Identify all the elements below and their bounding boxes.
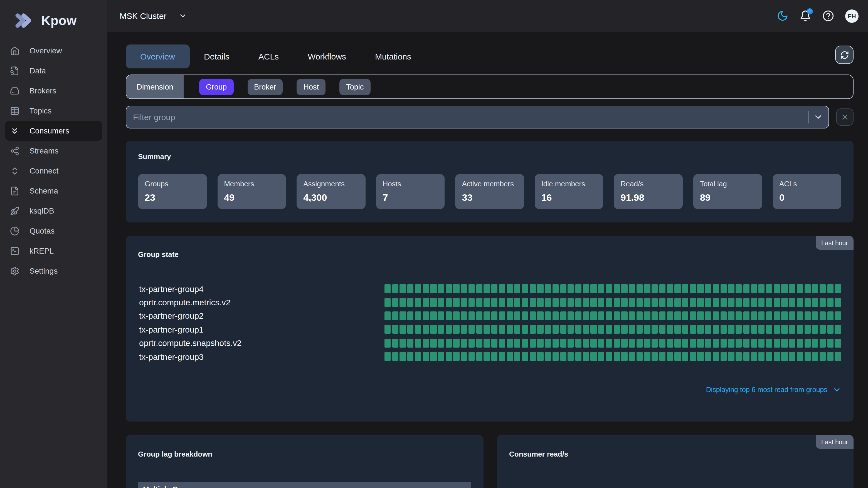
state-cell[interactable]	[575, 298, 582, 307]
state-cell[interactable]	[468, 339, 475, 348]
state-cell[interactable]	[499, 298, 505, 307]
state-cell[interactable]	[751, 339, 757, 348]
state-cell[interactable]	[705, 339, 711, 348]
state-cell[interactable]	[751, 352, 757, 361]
state-cell[interactable]	[514, 352, 520, 361]
state-cell[interactable]	[423, 284, 429, 293]
state-cell[interactable]	[506, 325, 513, 334]
sidebar-item-settings[interactable]: Settings	[5, 261, 102, 281]
state-cell[interactable]	[522, 352, 528, 361]
state-cell[interactable]	[384, 339, 391, 348]
state-cell[interactable]	[720, 312, 726, 320]
state-cell[interactable]	[415, 325, 421, 334]
state-cell[interactable]	[629, 339, 635, 348]
state-cell[interactable]	[621, 325, 627, 334]
state-cell[interactable]	[453, 312, 459, 320]
state-cell[interactable]	[629, 284, 635, 293]
state-cell[interactable]	[698, 284, 704, 293]
state-cell[interactable]	[675, 298, 681, 307]
state-cell[interactable]	[675, 339, 681, 348]
state-cell[interactable]	[766, 312, 772, 320]
sidebar-item-connect[interactable]: Connect	[5, 161, 102, 181]
state-cell[interactable]	[598, 312, 604, 320]
state-cell[interactable]	[553, 312, 559, 320]
state-cell[interactable]	[545, 298, 551, 307]
state-cell[interactable]	[499, 339, 505, 348]
state-cell[interactable]	[468, 284, 475, 293]
state-cell[interactable]	[774, 298, 780, 307]
state-cell[interactable]	[758, 325, 765, 334]
state-cell[interactable]	[743, 339, 749, 348]
sidebar-item-quotas[interactable]: Quotas	[5, 221, 102, 241]
state-cell[interactable]	[423, 298, 429, 307]
state-cell[interactable]	[682, 312, 688, 320]
state-cell[interactable]	[606, 298, 612, 307]
state-cell[interactable]	[667, 352, 673, 361]
state-cell[interactable]	[407, 312, 413, 320]
state-cell[interactable]	[728, 284, 734, 293]
state-cell[interactable]	[537, 325, 543, 334]
state-cell[interactable]	[629, 298, 635, 307]
state-cell[interactable]	[621, 298, 627, 307]
state-cell[interactable]	[728, 352, 734, 361]
state-cell[interactable]	[751, 312, 757, 320]
state-cell[interactable]	[675, 312, 681, 320]
app-logo[interactable]: Kpow	[0, 0, 107, 35]
state-cell[interactable]	[614, 339, 620, 348]
state-cell[interactable]	[529, 312, 535, 320]
state-cell[interactable]	[774, 339, 780, 348]
state-cell[interactable]	[781, 339, 787, 348]
state-cell[interactable]	[766, 339, 772, 348]
state-cell[interactable]	[698, 339, 704, 348]
state-cell[interactable]	[430, 352, 436, 361]
state-cell[interactable]	[652, 312, 658, 320]
state-cell[interactable]	[827, 339, 833, 348]
sidebar-item-streams[interactable]: Streams	[5, 141, 102, 161]
state-cell[interactable]	[667, 325, 673, 334]
state-cell[interactable]	[713, 298, 719, 307]
state-cell[interactable]	[568, 352, 574, 361]
help-icon[interactable]	[823, 10, 834, 22]
state-cell[interactable]	[529, 325, 535, 334]
state-cell[interactable]	[629, 352, 635, 361]
sidebar-item-brokers[interactable]: Brokers	[5, 80, 102, 101]
state-cell[interactable]	[506, 339, 513, 348]
state-cell[interactable]	[522, 339, 528, 348]
state-cell[interactable]	[553, 352, 559, 361]
state-cell[interactable]	[736, 325, 742, 334]
state-cell[interactable]	[506, 284, 513, 293]
state-cell[interactable]	[476, 339, 482, 348]
clear-filter-button[interactable]	[836, 108, 854, 126]
state-cell[interactable]	[614, 298, 620, 307]
state-cell[interactable]	[446, 312, 452, 320]
state-cell[interactable]	[690, 284, 696, 293]
state-cell[interactable]	[690, 325, 696, 334]
state-cell[interactable]	[400, 352, 406, 361]
state-cell[interactable]	[827, 352, 833, 361]
state-cell[interactable]	[812, 284, 818, 293]
state-cell[interactable]	[446, 352, 452, 361]
state-cell[interactable]	[835, 312, 841, 320]
sidebar-item-overview[interactable]: Overview	[5, 41, 102, 61]
state-cell[interactable]	[781, 284, 787, 293]
state-cell[interactable]	[713, 284, 719, 293]
state-cell[interactable]	[537, 312, 543, 320]
state-cell[interactable]	[575, 352, 582, 361]
state-cell[interactable]	[400, 325, 406, 334]
state-cell[interactable]	[461, 312, 467, 320]
state-cell[interactable]	[453, 298, 459, 307]
state-cell[interactable]	[384, 298, 391, 307]
state-cell[interactable]	[667, 339, 673, 348]
state-cell[interactable]	[766, 352, 772, 361]
state-cell[interactable]	[430, 298, 436, 307]
state-cell[interactable]	[598, 325, 604, 334]
state-cell[interactable]	[568, 284, 574, 293]
state-cell[interactable]	[591, 284, 597, 293]
state-cell[interactable]	[789, 352, 795, 361]
state-cell[interactable]	[797, 284, 803, 293]
state-cell[interactable]	[713, 352, 719, 361]
state-cell[interactable]	[522, 325, 528, 334]
sidebar-item-topics[interactable]: Topics	[5, 101, 102, 121]
state-cell[interactable]	[675, 325, 681, 334]
state-cell[interactable]	[644, 298, 650, 307]
